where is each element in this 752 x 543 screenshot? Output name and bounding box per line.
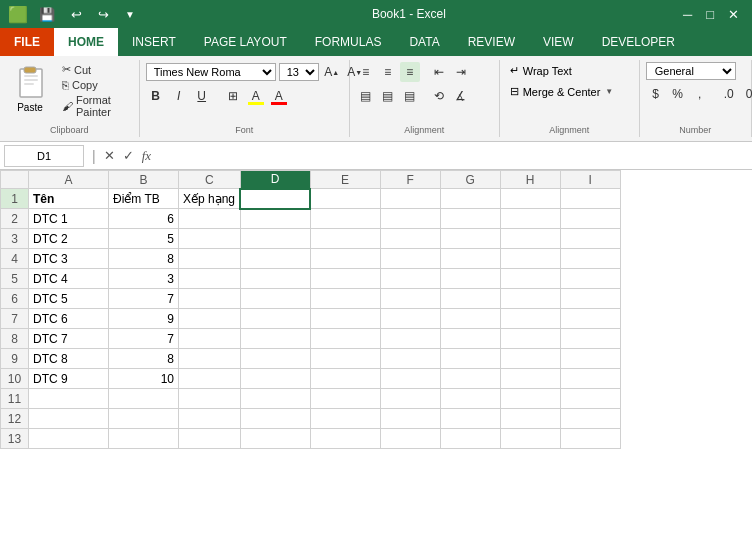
cell-D3[interactable] (240, 229, 310, 249)
col-header-C[interactable]: C (179, 171, 241, 189)
cell-F5[interactable] (380, 269, 440, 289)
cell-G8[interactable] (440, 329, 500, 349)
row-header-13[interactable]: 13 (1, 429, 29, 449)
cell-E8[interactable] (310, 329, 380, 349)
close-icon[interactable]: ✕ (723, 5, 744, 24)
cell-G4[interactable] (440, 249, 500, 269)
cell-C13[interactable] (179, 429, 241, 449)
cell-H3[interactable] (500, 229, 560, 249)
cell-D7[interactable] (240, 309, 310, 329)
cut-button[interactable]: ✂ Cut (58, 62, 133, 77)
cell-A3[interactable]: DTC 2 (29, 229, 109, 249)
tab-file[interactable]: FILE (0, 28, 54, 56)
cell-F12[interactable] (380, 409, 440, 429)
row-header-7[interactable]: 7 (1, 309, 29, 329)
cell-C2[interactable] (179, 209, 241, 229)
tab-developer[interactable]: DEVELOPER (588, 28, 689, 56)
align-top-left-button[interactable]: ≡ (356, 62, 376, 82)
cell-F8[interactable] (380, 329, 440, 349)
row-header-8[interactable]: 8 (1, 329, 29, 349)
formula-input[interactable] (155, 142, 752, 169)
cell-I2[interactable] (560, 209, 620, 229)
cell-C8[interactable] (179, 329, 241, 349)
undo-icon[interactable]: ↩ (66, 5, 87, 24)
cell-B1[interactable]: Điểm TB (109, 189, 179, 209)
row-header-4[interactable]: 4 (1, 249, 29, 269)
cell-A6[interactable]: DTC 5 (29, 289, 109, 309)
cell-H13[interactable] (500, 429, 560, 449)
increase-decimal-button[interactable]: .0 (719, 84, 739, 104)
cell-C7[interactable] (179, 309, 241, 329)
cell-B9[interactable]: 8 (109, 349, 179, 369)
quick-save-icon[interactable]: 💾 (34, 5, 60, 24)
cell-F11[interactable] (380, 389, 440, 409)
font-size-select[interactable]: 13 (279, 63, 319, 81)
cell-D9[interactable] (240, 349, 310, 369)
cell-A7[interactable]: DTC 6 (29, 309, 109, 329)
cell-D2[interactable] (240, 209, 310, 229)
redo-icon[interactable]: ↪ (93, 5, 114, 24)
col-header-A[interactable]: A (29, 171, 109, 189)
col-header-E[interactable]: E (310, 171, 380, 189)
cell-I12[interactable] (560, 409, 620, 429)
cell-H12[interactable] (500, 409, 560, 429)
cell-A9[interactable]: DTC 8 (29, 349, 109, 369)
align-top-right-button[interactable]: ≡ (400, 62, 420, 82)
cell-B13[interactable] (109, 429, 179, 449)
cell-B8[interactable]: 7 (109, 329, 179, 349)
percent-button[interactable]: % (668, 84, 688, 104)
cell-C10[interactable] (179, 369, 241, 389)
cell-E11[interactable] (310, 389, 380, 409)
align-right-button[interactable]: ▤ (400, 86, 420, 106)
cell-C3[interactable] (179, 229, 241, 249)
fill-color-button[interactable]: A (246, 86, 266, 106)
cell-E9[interactable] (310, 349, 380, 369)
row-header-12[interactable]: 12 (1, 409, 29, 429)
cell-B4[interactable]: 8 (109, 249, 179, 269)
cell-B7[interactable]: 9 (109, 309, 179, 329)
tab-page-layout[interactable]: PAGE LAYOUT (190, 28, 301, 56)
cell-G5[interactable] (440, 269, 500, 289)
col-header-H[interactable]: H (500, 171, 560, 189)
cell-C5[interactable] (179, 269, 241, 289)
currency-button[interactable]: $ (646, 84, 666, 104)
cell-E6[interactable] (310, 289, 380, 309)
cell-C6[interactable] (179, 289, 241, 309)
cell-I9[interactable] (560, 349, 620, 369)
cell-I5[interactable] (560, 269, 620, 289)
cell-G3[interactable] (440, 229, 500, 249)
cell-H11[interactable] (500, 389, 560, 409)
row-header-10[interactable]: 10 (1, 369, 29, 389)
cell-I7[interactable] (560, 309, 620, 329)
comma-button[interactable]: , (690, 84, 710, 104)
text-direction-button[interactable]: ⟲ (429, 86, 449, 106)
increase-font-button[interactable]: A▲ (322, 62, 342, 82)
cell-C1[interactable]: Xếp hạng (179, 189, 241, 209)
row-header-5[interactable]: 5 (1, 269, 29, 289)
cell-G13[interactable] (440, 429, 500, 449)
cell-F4[interactable] (380, 249, 440, 269)
cell-F2[interactable] (380, 209, 440, 229)
cell-D11[interactable] (240, 389, 310, 409)
spreadsheet-container[interactable]: A B C D E F G H I 1TênĐiểm TBXếp hạng2DT… (0, 170, 752, 449)
cell-F13[interactable] (380, 429, 440, 449)
cell-H2[interactable] (500, 209, 560, 229)
bold-button[interactable]: B (146, 86, 166, 106)
cell-E13[interactable] (310, 429, 380, 449)
cell-A10[interactable]: DTC 9 (29, 369, 109, 389)
cell-D5[interactable] (240, 269, 310, 289)
cell-A13[interactable] (29, 429, 109, 449)
row-header-3[interactable]: 3 (1, 229, 29, 249)
underline-button[interactable]: U (192, 86, 212, 106)
cell-F9[interactable] (380, 349, 440, 369)
cell-G7[interactable] (440, 309, 500, 329)
cell-C4[interactable] (179, 249, 241, 269)
cell-G11[interactable] (440, 389, 500, 409)
align-center-button[interactable]: ▤ (378, 86, 398, 106)
orientation-button[interactable]: ∡ (451, 86, 471, 106)
font-color-button[interactable]: A (269, 86, 289, 106)
paste-button[interactable]: Paste (6, 62, 54, 115)
increase-indent-button[interactable]: ⇥ (451, 62, 471, 82)
cell-G9[interactable] (440, 349, 500, 369)
cell-D12[interactable] (240, 409, 310, 429)
